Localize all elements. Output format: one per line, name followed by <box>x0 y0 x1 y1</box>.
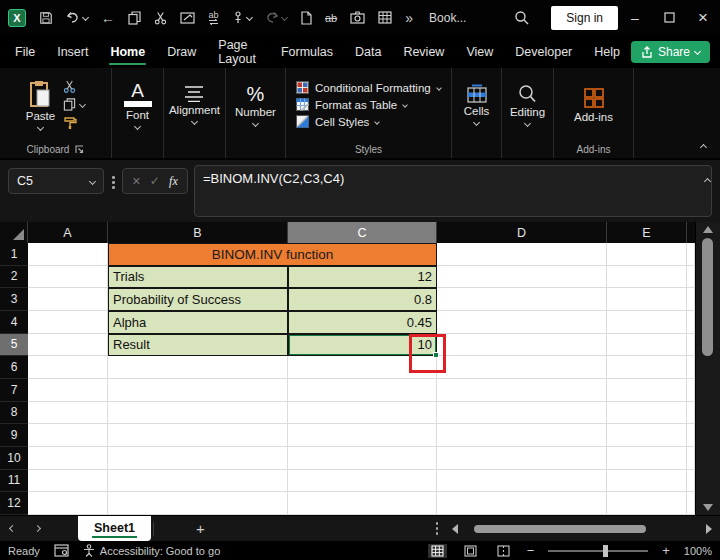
row-header-4[interactable]: 4 <box>0 311 28 334</box>
cell-e9[interactable] <box>607 424 687 447</box>
cell-d3[interactable] <box>437 288 607 311</box>
format-as-table-button[interactable]: Format as Table <box>296 98 451 111</box>
add-sheet-button[interactable]: + <box>196 520 205 537</box>
cell-b9[interactable] <box>108 424 288 447</box>
cell-e4[interactable] <box>607 311 687 334</box>
screenshot-button[interactable] <box>350 11 365 24</box>
cell-b1-c1-merged[interactable]: BINOM.INV function <box>108 243 437 266</box>
cancel-entry-button[interactable]: × <box>132 173 140 189</box>
cell-d12[interactable] <box>437 492 607 515</box>
paste-special-button[interactable] <box>180 11 195 24</box>
confirm-entry-button[interactable]: ✓ <box>150 174 160 188</box>
cell-a11[interactable] <box>28 470 108 493</box>
strikethrough-button[interactable]: ab <box>325 12 337 24</box>
row-header-11[interactable]: 11 <box>0 470 28 493</box>
cell-b8[interactable] <box>108 402 288 425</box>
cell-e3[interactable] <box>607 288 687 311</box>
cell-d9[interactable] <box>437 424 607 447</box>
format-table-button[interactable] <box>378 11 392 24</box>
tab-help[interactable]: Help <box>583 35 631 68</box>
name-box[interactable]: C5 <box>8 168 104 194</box>
new-file-button[interactable] <box>300 11 312 25</box>
sheet-options-handle[interactable] <box>436 522 439 535</box>
share-button[interactable]: Share <box>631 41 710 63</box>
tab-data[interactable]: Data <box>344 35 392 68</box>
format-painter-button[interactable] <box>63 116 77 129</box>
cell-d2[interactable] <box>437 266 607 289</box>
row-header-2[interactable]: 2 <box>0 266 28 289</box>
cell-e10[interactable] <box>607 447 687 470</box>
vertical-scrollbar[interactable] <box>695 222 720 515</box>
vertical-scrollbar-thumb[interactable] <box>702 238 713 356</box>
cell-a3[interactable] <box>28 288 108 311</box>
cell-c11[interactable] <box>288 470 437 493</box>
scroll-up-arrow-icon[interactable] <box>703 226 713 233</box>
page-layout-view-button[interactable] <box>461 544 480 558</box>
excel-logo-icon[interactable]: X <box>8 9 26 27</box>
cell-d10[interactable] <box>437 447 607 470</box>
cell-a10[interactable] <box>28 447 108 470</box>
cell-e6[interactable] <box>607 356 687 379</box>
hscroll-right-arrow-icon[interactable] <box>706 524 712 534</box>
cell-d5[interactable] <box>437 334 607 357</box>
zoom-slider[interactable] <box>548 550 648 552</box>
cell-e5[interactable] <box>607 334 687 357</box>
select-all-button[interactable] <box>0 222 28 243</box>
cell-b10[interactable] <box>108 447 288 470</box>
row-header-8[interactable]: 8 <box>0 402 28 425</box>
tab-insert[interactable]: Insert <box>46 35 99 68</box>
copy-button[interactable] <box>128 11 141 25</box>
cell-c8[interactable] <box>288 402 437 425</box>
cell-a9[interactable] <box>28 424 108 447</box>
more-commands-button[interactable]: » <box>405 10 413 26</box>
zoom-slider-thumb[interactable] <box>603 545 608 557</box>
tab-view[interactable]: View <box>455 35 504 68</box>
number-menu-button[interactable]: % Number <box>235 84 276 126</box>
cell-a5[interactable] <box>28 334 108 357</box>
clipboard-dialog-launcher[interactable] <box>75 145 84 154</box>
tab-home[interactable]: Home <box>99 35 156 68</box>
editing-menu-button[interactable]: Editing <box>510 84 545 126</box>
redo-button[interactable] <box>265 11 287 24</box>
horizontal-scrollbar[interactable] <box>472 524 692 534</box>
cell-d7[interactable] <box>437 379 607 402</box>
cell-d1[interactable] <box>437 243 607 266</box>
row-header-10[interactable]: 10 <box>0 447 28 470</box>
cell-c12[interactable] <box>288 492 437 515</box>
zoom-level[interactable]: 100% <box>684 545 712 557</box>
copy-button-ribbon[interactable] <box>63 98 85 111</box>
maximize-button[interactable] <box>652 0 686 35</box>
touch-mode-button[interactable] <box>232 11 252 25</box>
close-button[interactable]: × <box>686 0 720 35</box>
collapse-ribbon-button[interactable] <box>701 136 706 154</box>
cell-a1[interactable] <box>28 243 108 266</box>
cell-e11[interactable] <box>607 470 687 493</box>
cell-e2[interactable] <box>607 266 687 289</box>
formula-input[interactable]: =BINOM.INV(C2,C3,C4) <box>194 165 712 217</box>
cell-b5[interactable]: Result <box>108 334 288 357</box>
cell-d6[interactable] <box>437 356 607 379</box>
cell-b11[interactable] <box>108 470 288 493</box>
scroll-down-arrow-icon[interactable] <box>703 504 713 511</box>
insert-function-button[interactable]: fx <box>169 174 178 189</box>
cell-a12[interactable] <box>28 492 108 515</box>
minimize-button[interactable]: – <box>618 0 652 35</box>
cell-b12[interactable] <box>108 492 288 515</box>
column-header-a[interactable]: A <box>28 222 108 243</box>
zoom-out-button[interactable]: − <box>527 543 535 558</box>
cell-d8[interactable] <box>437 402 607 425</box>
next-sheet-button[interactable] <box>25 526 50 531</box>
cell-styles-button[interactable]: Cell Styles <box>296 115 451 128</box>
cell-e8[interactable] <box>607 402 687 425</box>
accessibility-status[interactable]: Accessibility: Good to go <box>83 544 220 557</box>
tab-file[interactable]: File <box>4 35 46 68</box>
tab-developer[interactable]: Developer <box>504 35 583 68</box>
macro-record-button[interactable] <box>54 544 69 557</box>
cut-button[interactable] <box>154 11 167 25</box>
save-button[interactable] <box>39 11 53 25</box>
hscroll-left-arrow-icon[interactable] <box>452 524 458 534</box>
formula-bar-drag-handle[interactable] <box>112 176 115 189</box>
cell-b7[interactable] <box>108 379 288 402</box>
sheet-tab-sheet1[interactable]: Sheet1 <box>78 516 151 541</box>
column-header-b[interactable]: B <box>108 222 288 243</box>
